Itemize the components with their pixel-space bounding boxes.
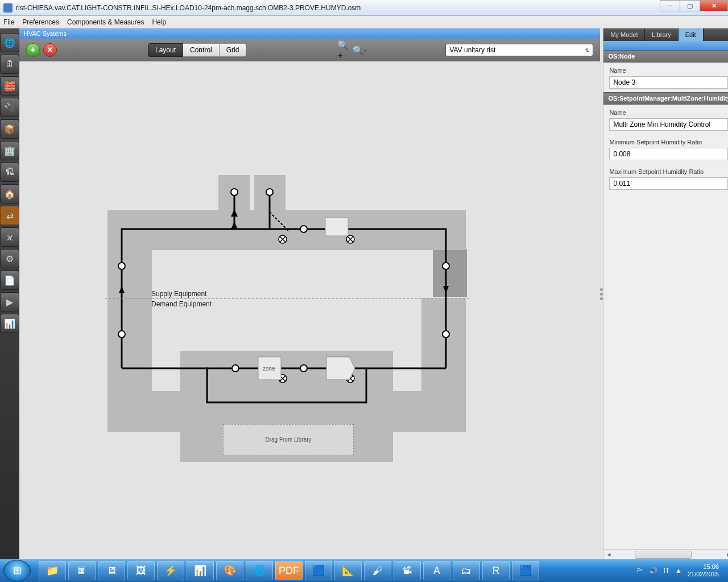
svg-point-13 [266,189,273,196]
nav-scripts-icon[interactable]: 📄 [0,271,19,290]
nav-loads-icon[interactable]: 🔌 [0,98,19,117]
app-icon [3,3,13,13]
panel-title: HVAC Systems [19,28,600,39]
section-os-node: OS:Node [603,50,728,63]
tray-chevron-up-icon[interactable]: ▲ [675,567,682,575]
properties-pane: My Model Library Edit OS:Node Name OS:Se… [603,28,728,559]
taskbar-clock[interactable]: 15:06 21/02/2015 [688,563,719,578]
chevron-updown-icon: ⇅ [585,47,589,53]
canvas-area[interactable]: Supply Equipment Demand Equipment zone D… [19,61,600,559]
svg-marker-38 [326,357,355,380]
nav-schedules-icon[interactable]: 🗓 [0,55,19,74]
svg-marker-41 [443,286,449,293]
tray-volume-icon[interactable]: 🔊 [649,567,657,575]
zoom-out-icon[interactable]: 🔍- [353,44,366,56]
taskbar-app3-icon[interactable]: ⚡ [157,561,184,580]
input-node-name[interactable] [609,76,728,89]
tray-flag-icon[interactable]: 🏳 [636,567,643,575]
scrollbar-thumb[interactable] [635,551,692,559]
delete-loop-button[interactable]: × [43,43,57,57]
taskbar-paint-icon[interactable]: 🎨 [216,561,243,580]
taskbar-app5-icon[interactable]: 🖌 [364,561,391,580]
svg-point-19 [232,365,239,372]
label-spm-name: Name [603,105,728,117]
nav-run-icon[interactable]: ▶ [0,292,19,311]
nav-variables-icon[interactable]: ϰ [0,227,19,247]
menu-preferences[interactable]: Preferences [22,18,59,26]
zone-block-label: zone [263,365,275,372]
drop-zone-label: Drag From Library [265,436,311,443]
input-spm-name[interactable] [609,118,728,131]
supply-equipment-label: Supply Equipment [151,290,206,298]
nav-building-icon[interactable]: 🏗 [0,163,19,182]
taskbar-chrome-icon[interactable]: 🌐 [246,561,273,580]
library-drop-zone[interactable]: Drag From Library [223,424,354,455]
taskbar-app2-icon[interactable]: 🖼 [127,561,155,580]
add-loop-button[interactable]: + [26,43,40,57]
clock-date: 21/02/2015 [688,571,719,578]
start-button[interactable]: ⊞ [3,560,31,581]
tray-lang-indicator[interactable]: IT [663,567,669,575]
svg-rect-35 [325,218,348,236]
menu-components[interactable]: Components & Measures [67,18,144,26]
nav-geometry-icon[interactable]: 🏢 [0,141,19,160]
taskbar-app4-icon[interactable]: 🟦 [305,561,332,580]
taskbar-excel-icon[interactable]: 📊 [187,561,214,580]
nav-spacetypes-icon[interactable]: 📦 [0,119,19,139]
svg-rect-0 [107,210,466,250]
nav-results-icon[interactable]: 📊 [0,314,19,333]
body-area: 🌐 🗓 🧱 🔌 📦 🏢 🏗 🏠 ⇄ ϰ ⚙ 📄 ▶ 📊 HVAC Systems… [0,28,728,559]
tab-grid[interactable]: Grid [220,43,247,57]
system-selected-label: VAV unitary rist [449,46,495,54]
system-selector[interactable]: VAV unitary rist ⇅ [445,44,593,56]
window-close-button[interactable]: ✕ [700,0,728,11]
taskbar-folder-icon[interactable]: 🗂 [453,561,480,580]
menu-file[interactable]: File [3,18,14,26]
svg-rect-1 [107,250,152,298]
input-min-humidity[interactable] [609,148,728,160]
window-maximize-button[interactable]: ▢ [680,0,700,11]
svg-rect-7 [180,351,393,391]
input-max-humidity[interactable] [609,177,728,190]
center-panel: HVAC Systems + × Layout Control Grid 🔍+ … [19,28,600,559]
nav-site-icon[interactable]: 🌐 [0,33,19,52]
taskbar-app6-icon[interactable]: R [482,561,510,580]
taskbar-app1-icon[interactable]: 🖥 [98,561,125,580]
svg-rect-5 [421,298,466,432]
svg-point-20 [300,365,307,372]
zoom-in-icon[interactable]: 🔍+ [337,44,350,56]
nav-zones-icon[interactable]: 🏠 [0,184,19,203]
demand-equipment-label: Demand Equipment [151,300,212,308]
taskbar-openstudio-icon[interactable]: 🟦 [512,561,539,580]
tab-edit[interactable]: Edit [679,28,704,41]
loop-diagram [19,61,588,559]
window-minimize-button[interactable]: ─ [660,0,680,11]
left-nav-strip: 🌐 🗓 🧱 🔌 📦 🏢 🏗 🏠 ⇄ ϰ ⚙ 📄 ▶ 📊 [0,28,19,559]
nav-hvac-icon[interactable]: ⇄ [0,206,19,225]
window-titlebar: rist-CHIESA.vav.CAT.LIGHT-CONSTR.INFIL.S… [0,0,728,16]
tab-my-model[interactable]: My Model [603,28,645,41]
tab-library[interactable]: Library [645,28,679,41]
tab-layout[interactable]: Layout [148,43,183,57]
tab-control[interactable]: Control [183,43,220,57]
nav-constructions-icon[interactable]: 🧱 [0,76,19,95]
label-max-humidity: Maximum Setpoint Humidity Ratio [603,164,728,176]
taskbar-calculator-icon[interactable]: 🖩 [68,561,96,580]
horizontal-scrollbar[interactable]: ◄ ► [603,549,728,559]
windows-taskbar: ⊞ 📁 🖩 🖥 🖼 ⚡ 📊 🎨 🌐 PDF 🟦 📐 🖌 📽 A 🗂 R 🟦 🏳 … [0,559,728,582]
svg-point-12 [231,189,238,196]
section-setpoint-manager: OS:SetpointManager:MultiZone:Humidity: [603,92,728,105]
hvac-toolbar: + × Layout Control Grid 🔍+ 🔍- VAV unitar… [19,39,600,61]
menu-bar: File Preferences Components & Measures H… [0,16,728,28]
nav-settings-icon[interactable]: ⚙ [0,249,19,268]
svg-point-14 [300,226,307,232]
svg-point-18 [442,331,449,338]
system-tray: 🏳 🔊 IT ▲ 15:06 21/02/2015 [631,563,725,578]
taskbar-explorer-icon[interactable]: 📁 [39,561,66,580]
taskbar-powerpoint-icon[interactable]: 📽 [394,561,421,580]
taskbar-pdf-icon[interactable]: PDF [275,561,303,580]
clock-time: 15:06 [688,563,719,571]
menu-help[interactable]: Help [152,18,166,26]
taskbar-sketchup-icon[interactable]: 📐 [334,561,362,580]
taskbar-autocad-icon[interactable]: A [423,561,450,580]
